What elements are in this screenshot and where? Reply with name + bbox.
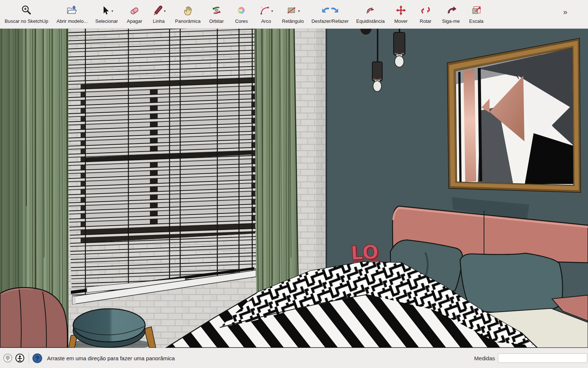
chevron-down-icon: ▾ [111,10,113,13]
toolbar-item-label: Buscar no SketchUp [5,19,49,24]
offset-icon [365,5,376,17]
toolbar-button-siga-me[interactable]: Siga-me [442,4,460,24]
toolbar-button-linha[interactable]: ▾ Linha [152,4,166,24]
orbit-icon [211,5,222,17]
status-message: Arraste em uma direção para fazer uma pa… [47,355,175,361]
measurements-input[interactable] [498,353,587,363]
chevron-down-icon: ▾ [271,10,273,13]
search-icon [21,5,32,17]
pan-hand-icon [182,5,193,17]
toolbar-button-equidistancia[interactable]: Equidistância [356,4,384,24]
toolbar-button-buscar-no-sketchup[interactable]: Buscar no SketchUp [5,4,49,24]
toolbar-button-panoramica[interactable]: Panorâmica [175,4,200,24]
model-scene: LO VE LO VE [0,29,588,348]
chevron-down-icon: ▾ [164,10,166,13]
toolbar-item-label: Retângulo [282,19,304,24]
arc-icon [259,5,270,17]
window-blinds[interactable] [62,29,265,305]
toolbar-button-orbitar[interactable]: Orbitar [209,4,224,24]
pencil-icon [152,5,163,17]
chevron-down-icon: ▾ [298,10,300,13]
toolbar-item-label: Apagar [127,19,142,24]
toolbar-item-label: Panorâmica [175,19,200,24]
toolbar-button-escala[interactable]: Escala [469,4,483,24]
toolbar-item-label: Cores [235,19,248,24]
move-icon [395,5,406,17]
toolbar-button-arco[interactable]: ▾ Arco [259,4,273,24]
status-bar: ? Arraste em uma direção para fazer uma … [0,348,588,368]
toolbar-button-selecionar[interactable]: ▾ Selecionar [95,4,118,24]
toolbar-button-mover[interactable]: Mover [394,4,408,24]
toolbar-button-abrir-modelo[interactable]: Abrir modelo... [57,4,88,24]
toolbar-item-label: Siga-me [442,19,460,24]
toolbar-item-label: Orbitar [209,19,224,24]
toolbar-item-label: Selecionar [95,19,118,24]
toolbar-button-desfazer-refazer[interactable]: Desfazer/Refazer [311,4,348,24]
open-model-icon [67,5,78,17]
toolbar-item-label: Mover [394,19,408,24]
person-icon[interactable] [15,353,25,363]
follow-me-icon [445,5,456,17]
rotate-icon [420,5,431,17]
help-icon[interactable]: ? [32,353,42,363]
sketchup-window: Buscar no SketchUp Abrir modelo... ▾ Sel… [0,0,588,368]
toolbar-button-rotar[interactable]: Rotar [420,4,431,24]
measurements-label: Medidas [474,355,495,361]
rectangle-icon [286,5,297,17]
toolbar-item-label: Desfazer/Refazer [311,19,348,24]
color-wheel-icon [236,5,247,17]
select-cursor-icon [100,5,110,17]
toolbar-overflow-button[interactable]: » [563,7,567,16]
eraser-icon [129,5,140,17]
3d-viewport[interactable]: LO VE LO VE [0,29,588,348]
pillow-right [460,253,563,313]
toolbar-button-cores[interactable]: Cores [235,4,248,24]
toolbar-item-label: Escala [469,19,483,24]
toolbar-item-label: Linha [153,19,165,24]
statusbar-divider [29,353,29,364]
undo-redo-icon [322,5,338,17]
toolbar-button-retangulo[interactable]: ▾ Retângulo [282,4,304,24]
toolbar: Buscar no SketchUp Abrir modelo... ▾ Sel… [0,0,588,29]
geolocation-icon[interactable] [3,353,12,363]
toolbar-button-apagar[interactable]: Apagar [127,4,142,24]
toolbar-item-label: Abrir modelo... [57,19,88,24]
toolbar-item-label: Equidistância [356,19,384,24]
toolbar-item-label: Arco [261,19,271,24]
svg-text:?: ? [35,355,39,362]
toolbar-item-label: Rotar [420,19,431,24]
scale-icon [471,5,482,17]
